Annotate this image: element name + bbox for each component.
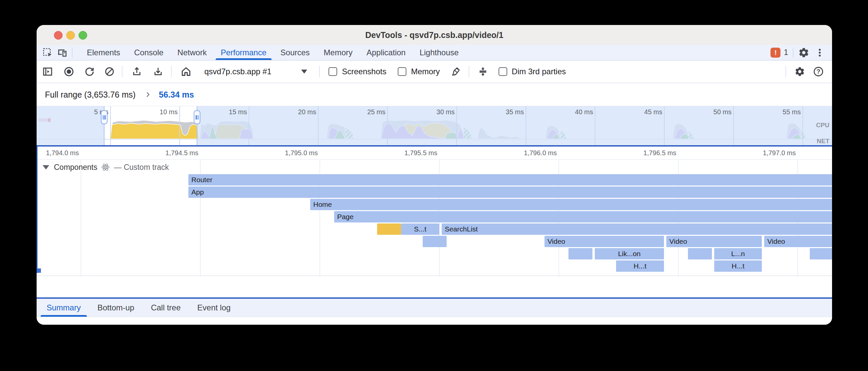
flame-bar[interactable] [688,248,712,259]
range-breadcrumb: Full range (3,653.76 ms) 56.34 ms [37,83,832,106]
reload-record-icon[interactable] [84,66,95,77]
minimap-tick-label: 25 ms [345,108,385,116]
flame-bar-searchlist[interactable]: SearchList [442,224,832,235]
minimap-gridline [526,106,526,146]
minimap-tick-label: 20 ms [276,108,316,116]
screenshots-label: Screenshots [342,67,386,76]
cpu-lane-label: CPU [816,121,829,129]
details-tab-call-tree[interactable]: Call tree [150,299,181,317]
flame-bar[interactable] [377,224,401,235]
selection-handle-left[interactable] [101,110,107,124]
flame-bar-video[interactable]: Video [545,236,664,247]
minimap-gridline [318,106,318,146]
react-atom-icon [101,163,110,172]
home-icon[interactable] [180,66,192,77]
tab-console[interactable]: Console [127,45,170,60]
minimap-gridline [802,106,803,146]
flame-left-scroll-indicator[interactable] [37,146,38,273]
clear-icon[interactable] [104,66,115,77]
chevron-right-icon [144,91,151,98]
minimap-tick-label: 30 ms [415,108,455,116]
full-range-crumb[interactable]: Full range (3,653.76 ms) [45,90,135,99]
ruler-tick-label: 1,796.5 ms [626,146,676,159]
flame-bottom-gridline [37,276,832,276]
detail-time-ruler: 1,794.0 ms1,794.5 ms1,795.0 ms1,795.5 ms… [37,146,832,160]
flame-bar-page[interactable]: Page [334,211,832,223]
tab-network[interactable]: Network [170,45,214,60]
inspect-element-icon[interactable] [42,47,53,58]
ruler-tick-label: 1,794.5 ms [149,146,198,159]
target-select-value: qsvd7p.csb.app #1 [204,67,271,76]
record-icon[interactable] [63,66,74,77]
components-flame-chart[interactable]: Components — Custom track RouterAppHomeP… [37,160,832,277]
minimap-gridline [664,106,664,146]
collapse-track-icon[interactable] [42,165,49,170]
timeline-minimap[interactable]: 5 ms10 ms15 ms20 ms25 ms30 ms35 ms40 ms4… [37,106,832,146]
selection-handle-right[interactable] [194,110,200,124]
tabbar-right-controls: ! 1 [771,47,832,58]
settings-gear-icon[interactable] [798,47,809,58]
tab-memory[interactable]: Memory [317,45,360,60]
device-toolbar-icon[interactable] [57,47,68,58]
minimap-gridline [733,106,734,146]
target-select[interactable]: qsvd7p.csb.app #1 [204,67,307,76]
details-pane [37,317,832,325]
flame-bar-lik-on[interactable]: Lik...on [595,248,664,259]
selected-range-crumb[interactable]: 56.34 ms [159,90,194,99]
kebab-menu-icon[interactable] [814,47,826,58]
tab-elements[interactable]: Elements [80,45,127,60]
minimap-tick-label: 15 ms [207,108,247,116]
minimap-tick-label: 35 ms [484,108,524,116]
tabbar-separator [793,48,794,58]
flame-bar-l-n[interactable]: L...n [714,248,762,259]
ruler-tick-label: 1,795.5 ms [388,146,437,159]
details-tab-event-log[interactable]: Event log [197,299,231,317]
details-tab-summary[interactable]: Summary [46,299,82,317]
details-tabbar: SummaryBottom-upCall treeEvent log [37,299,832,317]
flame-bar-s-t[interactable]: S...t [401,224,439,235]
screenshots-checkbox[interactable] [329,67,337,76]
performance-toolbar: qsvd7p.csb.app #1 Screenshots Memory [37,61,832,83]
tab-sources[interactable]: Sources [274,45,317,60]
collapse-flame-icon[interactable] [477,66,489,77]
minimap-tick-label: 40 ms [553,108,593,116]
help-icon[interactable]: ? [813,66,824,77]
devtools-window: DevTools - qsvd7p.csb.app/video/1 [37,25,832,325]
tab-performance[interactable]: Performance [214,45,273,60]
tab-lighthouse[interactable]: Lighthouse [413,45,466,60]
memory-label: Memory [411,67,440,76]
download-profile-icon[interactable] [152,66,164,77]
flame-bar-video[interactable]: Video [764,236,832,247]
minimap-tick-label: 55 ms [761,108,801,116]
flame-bar-router[interactable]: Router [188,174,832,186]
screen-background: DevTools - qsvd7p.csb.app/video/1 [0,0,868,371]
tab-application[interactable]: Application [360,45,412,60]
gc-brush-icon[interactable] [450,66,461,77]
flame-bar[interactable] [568,248,592,259]
flame-bar-h-t[interactable]: H...t [714,260,762,272]
panel-settings-gear-icon[interactable] [794,66,805,77]
details-tab-bottom-up[interactable]: Bottom-up [97,299,135,317]
flame-bar-video[interactable]: Video [666,236,762,247]
macos-titlebar: DevTools - qsvd7p.csb.app/video/1 [37,25,832,45]
ruler-tick-label: 1,796.0 ms [507,146,557,159]
flame-bar-app[interactable]: App [188,187,832,198]
error-badge-icon[interactable]: ! [771,48,780,58]
minimap-gridline [179,106,180,146]
flame-bar-h-t[interactable]: H...t [616,260,664,272]
track-header[interactable]: Components — Custom track [42,162,169,172]
flame-scroll-thumb[interactable] [37,268,41,273]
dim-3rd-parties-label: Dim 3rd parties [512,67,566,76]
flame-bar[interactable] [423,236,447,247]
devtools-tabbar: ElementsConsoleNetworkPerformanceSources… [37,45,832,61]
memory-checkbox[interactable] [398,67,406,76]
error-count: 1 [784,48,788,57]
dim-3rd-parties-checkbox[interactable] [499,67,507,76]
ruler-tick-label: 1,795.0 ms [268,146,318,159]
svg-text:?: ? [816,68,820,75]
toggle-sidebar-icon[interactable] [42,66,53,77]
flame-bar[interactable] [810,248,832,259]
upload-profile-icon[interactable] [131,66,143,77]
minimap-gridline [387,106,388,146]
flame-bar-home[interactable]: Home [310,199,832,210]
